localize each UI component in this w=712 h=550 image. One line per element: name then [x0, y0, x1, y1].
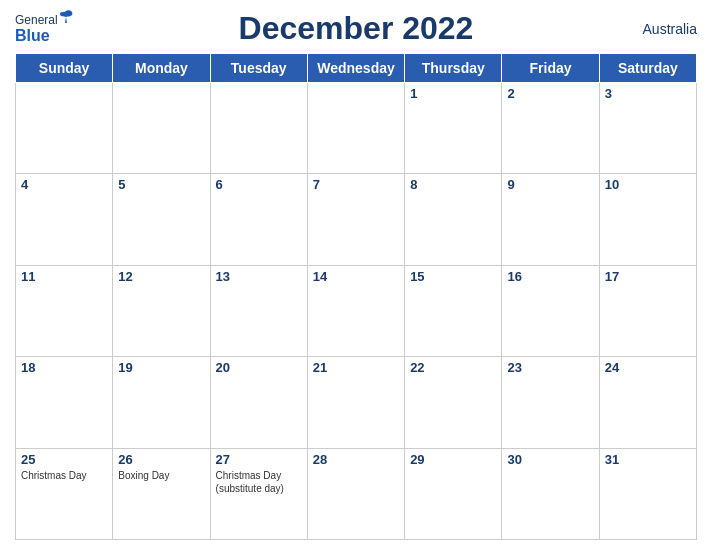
country-label: Australia — [643, 21, 697, 37]
calendar-cell: 29 — [405, 448, 502, 539]
logo: General Blue — [15, 13, 58, 45]
calendar-cell: 28 — [307, 448, 404, 539]
day-number: 15 — [410, 269, 496, 284]
logo-bird-icon — [58, 9, 74, 29]
day-number: 26 — [118, 452, 204, 467]
day-number: 3 — [605, 86, 691, 101]
weekday-header-monday: Monday — [113, 54, 210, 83]
calendar-cell: 23 — [502, 357, 599, 448]
day-number: 25 — [21, 452, 107, 467]
day-number: 7 — [313, 177, 399, 192]
holiday-label: Christmas Day — [21, 469, 107, 482]
day-number: 31 — [605, 452, 691, 467]
calendar-cell: 19 — [113, 357, 210, 448]
day-number: 24 — [605, 360, 691, 375]
day-number: 14 — [313, 269, 399, 284]
day-number: 17 — [605, 269, 691, 284]
logo-general-text: General — [15, 13, 58, 27]
day-number: 19 — [118, 360, 204, 375]
calendar-cell: 13 — [210, 265, 307, 356]
calendar-cell: 1 — [405, 83, 502, 174]
calendar-cell: 27Christmas Day (substitute day) — [210, 448, 307, 539]
calendar-cell: 31 — [599, 448, 696, 539]
calendar-cell: 12 — [113, 265, 210, 356]
day-number: 13 — [216, 269, 302, 284]
calendar-cell — [210, 83, 307, 174]
day-number: 1 — [410, 86, 496, 101]
day-number: 10 — [605, 177, 691, 192]
calendar-cell: 11 — [16, 265, 113, 356]
day-number: 4 — [21, 177, 107, 192]
day-number: 5 — [118, 177, 204, 192]
week-row-2: 45678910 — [16, 174, 697, 265]
calendar-cell: 15 — [405, 265, 502, 356]
calendar-cell: 25Christmas Day — [16, 448, 113, 539]
day-number: 11 — [21, 269, 107, 284]
weekday-header-row: SundayMondayTuesdayWednesdayThursdayFrid… — [16, 54, 697, 83]
calendar-cell — [307, 83, 404, 174]
calendar-cell: 16 — [502, 265, 599, 356]
day-number: 22 — [410, 360, 496, 375]
weekday-header-tuesday: Tuesday — [210, 54, 307, 83]
weekday-header-thursday: Thursday — [405, 54, 502, 83]
calendar-cell: 26Boxing Day — [113, 448, 210, 539]
day-number: 23 — [507, 360, 593, 375]
calendar-cell: 21 — [307, 357, 404, 448]
calendar-cell: 9 — [502, 174, 599, 265]
holiday-label: Christmas Day (substitute day) — [216, 469, 302, 495]
weekday-header-wednesday: Wednesday — [307, 54, 404, 83]
day-number: 18 — [21, 360, 107, 375]
day-number: 2 — [507, 86, 593, 101]
calendar-cell: 14 — [307, 265, 404, 356]
day-number: 27 — [216, 452, 302, 467]
calendar-cell: 30 — [502, 448, 599, 539]
calendar-cell: 18 — [16, 357, 113, 448]
calendar-cell: 5 — [113, 174, 210, 265]
calendar-cell — [16, 83, 113, 174]
holiday-label: Boxing Day — [118, 469, 204, 482]
month-title: December 2022 — [239, 10, 474, 47]
calendar-cell: 24 — [599, 357, 696, 448]
day-number: 20 — [216, 360, 302, 375]
day-number: 28 — [313, 452, 399, 467]
day-number: 30 — [507, 452, 593, 467]
week-row-1: 123 — [16, 83, 697, 174]
calendar-cell: 2 — [502, 83, 599, 174]
calendar-cell — [113, 83, 210, 174]
weekday-header-saturday: Saturday — [599, 54, 696, 83]
week-row-4: 18192021222324 — [16, 357, 697, 448]
calendar-cell: 6 — [210, 174, 307, 265]
week-row-5: 25Christmas Day26Boxing Day27Christmas D… — [16, 448, 697, 539]
calendar-cell: 7 — [307, 174, 404, 265]
weekday-header-sunday: Sunday — [16, 54, 113, 83]
day-number: 21 — [313, 360, 399, 375]
weekday-header-friday: Friday — [502, 54, 599, 83]
calendar-cell: 17 — [599, 265, 696, 356]
calendar-cell: 20 — [210, 357, 307, 448]
calendar-cell: 4 — [16, 174, 113, 265]
day-number: 29 — [410, 452, 496, 467]
calendar-table: SundayMondayTuesdayWednesdayThursdayFrid… — [15, 53, 697, 540]
day-number: 9 — [507, 177, 593, 192]
day-number: 16 — [507, 269, 593, 284]
calendar-cell: 22 — [405, 357, 502, 448]
logo-blue-text: Blue — [15, 27, 50, 45]
day-number: 8 — [410, 177, 496, 192]
day-number: 6 — [216, 177, 302, 192]
calendar-cell: 3 — [599, 83, 696, 174]
week-row-3: 11121314151617 — [16, 265, 697, 356]
page-header: General Blue December 2022 Australia — [15, 10, 697, 47]
calendar-cell: 10 — [599, 174, 696, 265]
calendar-cell: 8 — [405, 174, 502, 265]
day-number: 12 — [118, 269, 204, 284]
